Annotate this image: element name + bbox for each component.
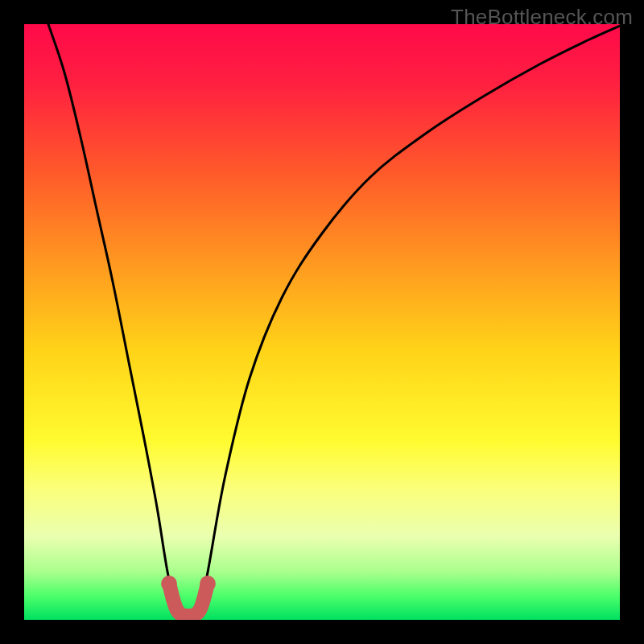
marker-dot <box>200 576 216 592</box>
plot-area <box>24 24 620 620</box>
marker-dot <box>161 576 177 592</box>
chart-outer-frame: TheBottleneck.com <box>0 0 644 644</box>
chart-svg <box>24 24 620 620</box>
gradient-background <box>24 24 620 620</box>
watermark-label: TheBottleneck.com <box>451 5 633 30</box>
